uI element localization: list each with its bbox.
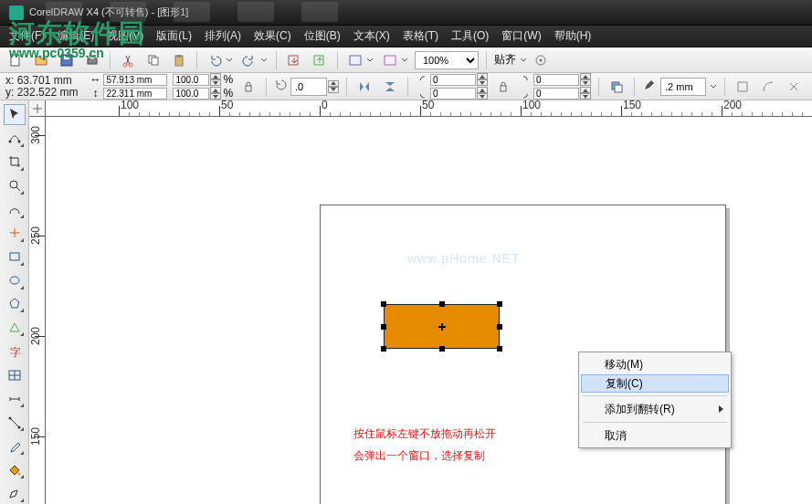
center-marker[interactable] [438, 323, 446, 331]
eyedrop-tool[interactable] [4, 436, 26, 457]
import-button[interactable] [284, 50, 304, 70]
fill-tool[interactable] [4, 459, 26, 480]
redo-dropdown[interactable] [259, 57, 269, 64]
submenu-arrow-icon [719, 405, 723, 413]
convert-button[interactable] [758, 77, 778, 97]
curve-tool[interactable] [4, 199, 26, 220]
menu-item-2[interactable]: 视图(V) [107, 28, 143, 44]
to-front-button[interactable] [606, 77, 627, 97]
snap-label: 贴齐 [494, 52, 516, 68]
lock-ratio-button[interactable] [238, 77, 258, 97]
outline-tool-tool[interactable] [4, 483, 26, 504]
scale-factor: % % [173, 73, 233, 100]
corner-y-input[interactable] [430, 88, 476, 100]
vertical-ruler[interactable]: 300250200150 [29, 117, 46, 504]
outline-dropdown[interactable] [710, 80, 717, 93]
snap-options-button[interactable] [531, 50, 551, 70]
cut-button[interactable] [118, 50, 138, 70]
open-button[interactable] [31, 50, 51, 70]
menu-item-10[interactable]: 窗口(W) [501, 28, 541, 44]
corner-tl-icon: ◜ [416, 73, 428, 86]
menu-item-6[interactable]: 位图(B) [304, 28, 341, 44]
svg-rect-14 [385, 56, 395, 65]
undo-dropdown[interactable] [225, 57, 234, 64]
menu-item-5[interactable]: 效果(C) [254, 28, 291, 44]
menu-item-3[interactable]: 版面(L) [156, 28, 192, 44]
title-bar: CorelDRAW X4 (不可转售) - [图形1] [0, 0, 812, 26]
svg-rect-21 [738, 82, 747, 91]
outline-width-input[interactable] [660, 78, 706, 96]
ellipse-tool[interactable] [4, 270, 26, 291]
menu-item-1[interactable]: 编辑(E) [58, 28, 94, 44]
pick-tool[interactable] [4, 104, 26, 125]
svg-rect-2 [64, 56, 69, 59]
dimension-tool[interactable] [4, 388, 26, 409]
export-button[interactable] [310, 50, 330, 70]
context-item-3[interactable]: 添加到翻转(R) [581, 399, 729, 419]
scale-x-input[interactable] [173, 74, 209, 86]
svg-rect-20 [615, 85, 622, 92]
connector-tool[interactable] [4, 412, 26, 433]
polygon-tool[interactable] [4, 294, 26, 315]
smart-tool[interactable] [4, 223, 26, 244]
shape-tool[interactable] [4, 128, 26, 149]
break-button[interactable] [784, 77, 804, 97]
launcher-button[interactable] [345, 50, 365, 70]
scale-x-spinner[interactable] [210, 73, 221, 86]
handle-mr[interactable] [497, 324, 502, 330]
annotation-text: 按住鼠标左键不放拖动再松开 会弹出一个窗口，选择复制 [353, 423, 496, 467]
handle-tm[interactable] [439, 301, 445, 307]
menu-item-7[interactable]: 文本(X) [353, 28, 390, 44]
cursor-position: x: 63.701 mm y: 232.522 mm [5, 75, 78, 99]
angle-spinner[interactable] [328, 80, 339, 93]
corner-roundness: ◜ ◟ [416, 73, 488, 100]
welcome-button[interactable] [380, 50, 400, 70]
corner-lock-button[interactable] [493, 77, 513, 97]
scale-y-spinner[interactable] [210, 87, 221, 100]
copy-button[interactable] [143, 50, 163, 70]
selected-rectangle[interactable] [384, 304, 500, 349]
undo-button[interactable] [205, 50, 225, 70]
context-item-5[interactable]: 取消 [581, 425, 729, 446]
zoom-select[interactable]: 100% [415, 51, 479, 69]
object-size: ↔ ↕ [89, 73, 167, 100]
table-tool[interactable] [4, 364, 26, 385]
handle-tr[interactable] [497, 301, 502, 307]
context-item-0[interactable]: 移动(M) [581, 354, 729, 374]
handle-ml[interactable] [381, 324, 386, 330]
menu-item-11[interactable]: 帮助(H) [554, 28, 592, 44]
shapes-tool[interactable] [4, 317, 26, 338]
handle-bl[interactable] [381, 346, 386, 352]
handle-bm[interactable] [439, 346, 445, 352]
crop-tool[interactable] [4, 152, 26, 173]
new-button[interactable] [5, 50, 26, 70]
rotate-icon [274, 78, 289, 95]
handle-tl[interactable] [381, 301, 386, 307]
angle-input[interactable] [290, 78, 327, 96]
scale-y-input[interactable] [173, 88, 209, 100]
context-item-1[interactable]: 复制(C) [581, 374, 729, 393]
redo-button[interactable] [239, 50, 259, 70]
corner-x-input[interactable] [430, 74, 476, 86]
menu-item-8[interactable]: 表格(T) [403, 28, 438, 44]
wrap-button[interactable] [733, 77, 753, 97]
menu-item-4[interactable]: 排列(A) [205, 28, 241, 44]
text-tool[interactable]: 字 [4, 341, 26, 362]
mirror-h-button[interactable] [354, 77, 374, 97]
horizontal-ruler[interactable]: 10050050100150200250 [46, 100, 812, 117]
zoom-tool[interactable] [4, 175, 26, 196]
snap-dropdown[interactable] [520, 54, 527, 67]
svg-text:字: 字 [10, 346, 21, 359]
paste-button[interactable] [169, 50, 189, 70]
height-input[interactable] [103, 88, 167, 100]
ruler-origin[interactable] [29, 100, 46, 117]
width-input[interactable] [103, 74, 167, 86]
menu-item-0[interactable]: 文件(F) [9, 28, 45, 44]
save-button[interactable] [57, 50, 77, 70]
mirror-v-button[interactable] [380, 77, 400, 97]
rect-tool[interactable] [4, 247, 26, 268]
corner-tr-icon: ◝ [519, 73, 532, 86]
handle-br[interactable] [497, 346, 502, 352]
menu-item-9[interactable]: 工具(O) [451, 28, 489, 44]
print-button[interactable] [82, 50, 102, 70]
